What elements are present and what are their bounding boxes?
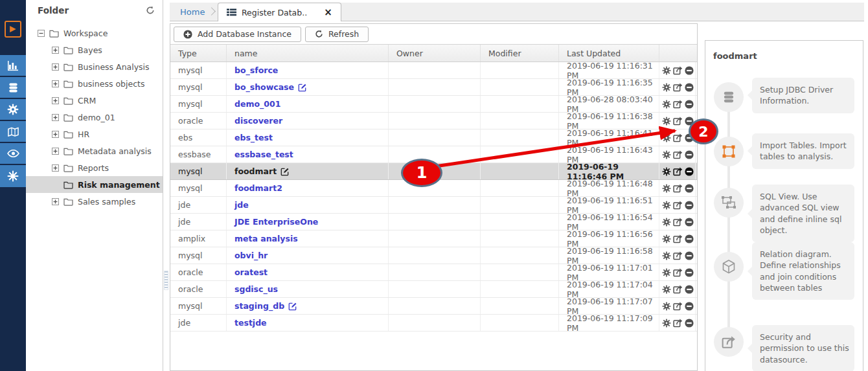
table-row[interactable]: amplix meta analysis 2019-06-19 11:16:56… — [170, 230, 697, 247]
database-name-link[interactable]: demo_001 — [234, 99, 280, 109]
sidebar-item-settings[interactable] — [0, 99, 26, 120]
share-permission-icon[interactable] — [673, 166, 683, 176]
share-permission-icon[interactable] — [673, 99, 683, 109]
gear-icon[interactable] — [662, 150, 671, 159]
share-permission-icon[interactable] — [673, 234, 683, 243]
gear-icon[interactable] — [662, 100, 671, 109]
folder-tree-item[interactable]: Bayes — [26, 41, 163, 58]
play-icon[interactable] — [5, 21, 21, 38]
remove-icon[interactable] — [685, 268, 694, 277]
gear-icon[interactable] — [662, 285, 671, 294]
folder-tree-item[interactable]: CRM — [26, 92, 163, 109]
add-database-instance-button[interactable]: Add Database Instance — [174, 27, 301, 42]
share-permission-icon[interactable] — [673, 82, 683, 92]
remove-icon[interactable] — [685, 184, 694, 193]
gear-icon[interactable] — [662, 66, 671, 75]
folder-tree-item[interactable]: Business Analysis — [26, 58, 163, 75]
expander-icon[interactable] — [52, 47, 59, 54]
column-header-name[interactable]: name — [227, 45, 389, 62]
share-permission-icon[interactable] — [673, 150, 683, 159]
database-name-link[interactable]: ebs_test — [234, 133, 273, 142]
database-name-link[interactable]: foodmart2 — [234, 183, 282, 193]
refresh-button[interactable]: Refresh — [305, 27, 369, 42]
share-permission-icon[interactable] — [673, 318, 683, 328]
database-name-link[interactable]: foodmart — [234, 166, 277, 176]
share-permission-icon[interactable] — [673, 284, 683, 294]
step-security-permission[interactable] — [714, 327, 744, 357]
remove-icon[interactable] — [685, 150, 694, 159]
table-row[interactable]: jde testjde 2019-06-19 11:17:09 PM — [170, 315, 697, 332]
table-row[interactable]: oracle discoverer 2019-06-19 11:16:38 PM — [170, 113, 697, 129]
gear-icon[interactable] — [662, 184, 671, 193]
database-name-link[interactable]: obvi_hr — [234, 251, 268, 260]
database-name-link[interactable]: testjde — [234, 318, 267, 328]
remove-icon[interactable] — [685, 83, 694, 92]
folder-tree-item[interactable]: business objects — [26, 75, 163, 92]
column-header-type[interactable]: Type — [170, 45, 227, 62]
database-name-link[interactable]: jde — [234, 200, 249, 210]
expander-icon[interactable] — [52, 164, 59, 172]
folder-tree-item[interactable]: Workspace — [26, 25, 163, 41]
gear-icon[interactable] — [662, 167, 671, 176]
gear-icon[interactable] — [662, 83, 671, 92]
table-row[interactable]: mysql bo_showcase 2019-06-19 11:16:35 PM — [170, 79, 697, 96]
expander-icon[interactable] — [52, 131, 59, 138]
database-name-link[interactable]: essbase_test — [234, 150, 293, 159]
gear-icon[interactable] — [662, 251, 671, 260]
table-row[interactable]: mysql demo_001 2019-06-28 08:03:40 PM — [170, 96, 697, 113]
database-name-link[interactable]: discoverer — [234, 116, 282, 126]
table-row[interactable]: mysql bo_sforce 2019-06-19 11:16:31 PM — [170, 62, 697, 79]
expander-icon[interactable] — [52, 63, 59, 71]
folder-tree-item[interactable]: Risk management — [26, 176, 163, 193]
step-setup-jdbc[interactable] — [714, 82, 744, 112]
step-relation-diagram[interactable] — [714, 252, 744, 282]
expander-icon[interactable] — [52, 80, 59, 87]
folder-tree-item[interactable]: Metadata analysis — [26, 142, 163, 159]
share-permission-icon[interactable] — [673, 301, 683, 311]
table-row[interactable]: oracle oratest 2019-06-19 11:17:01 PM — [170, 264, 697, 281]
close-icon[interactable]: × — [324, 8, 332, 17]
edit-icon[interactable] — [288, 302, 297, 311]
table-row[interactable]: oracle sgdisc_us 2019-06-19 11:17:04 PM — [170, 281, 697, 298]
gear-icon[interactable] — [662, 302, 671, 311]
column-header-owner[interactable]: Owner — [389, 45, 481, 62]
expander-icon[interactable] — [52, 198, 59, 205]
gear-icon[interactable] — [662, 201, 671, 210]
remove-icon[interactable] — [685, 234, 694, 243]
share-permission-icon[interactable] — [673, 116, 683, 126]
share-permission-icon[interactable] — [673, 65, 683, 75]
tab-register-database[interactable]: Register Datab.. × — [218, 3, 341, 21]
gear-icon[interactable] — [662, 234, 671, 243]
folder-tree-item[interactable]: demo_01 — [26, 109, 163, 126]
column-header-last-updated[interactable]: Last Updated — [559, 45, 659, 62]
sidebar-item-admin[interactable] — [0, 165, 26, 187]
remove-icon[interactable] — [685, 167, 694, 176]
table-row[interactable]: mysql obvi_hr 2019-06-19 11:16:58 PM — [170, 247, 697, 264]
gear-icon[interactable] — [662, 218, 671, 227]
table-row[interactable]: jde JDE EnterpriseOne 2019-06-19 11:16:5… — [170, 214, 697, 230]
remove-icon[interactable] — [685, 66, 694, 75]
expander-icon[interactable] — [38, 30, 45, 37]
folder-tree-item[interactable]: HR — [26, 126, 163, 142]
breadcrumb-home-link[interactable]: Home — [180, 3, 205, 21]
share-permission-icon[interactable] — [673, 217, 683, 227]
sidebar-item-maps[interactable] — [0, 121, 26, 142]
expander-icon[interactable] — [52, 114, 59, 121]
database-name-link[interactable]: JDE EnterpriseOne — [234, 217, 318, 227]
database-name-link[interactable]: sgdisc_us — [234, 284, 278, 294]
remove-icon[interactable] — [685, 302, 694, 311]
expander-icon[interactable] — [52, 97, 59, 104]
expander-icon[interactable] — [52, 148, 59, 155]
remove-icon[interactable] — [685, 285, 694, 294]
remove-icon[interactable] — [685, 218, 694, 227]
table-row[interactable]: jde jde 2019-06-19 11:16:51 PM — [170, 197, 697, 214]
share-permission-icon[interactable] — [673, 251, 683, 260]
database-name-link[interactable]: bo_showcase — [234, 82, 294, 92]
gear-icon[interactable] — [662, 133, 671, 142]
step-sql-view[interactable] — [714, 188, 744, 218]
remove-icon[interactable] — [685, 319, 694, 328]
remove-icon[interactable] — [685, 201, 694, 210]
database-name-link[interactable]: bo_sforce — [234, 65, 278, 75]
column-header-modifier[interactable]: Modifier — [481, 45, 559, 62]
sidebar-item-monitor[interactable] — [0, 143, 26, 164]
